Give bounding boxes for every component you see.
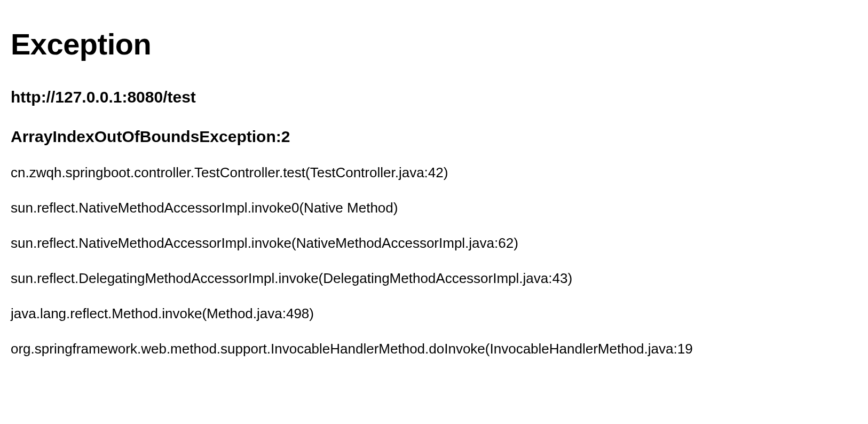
stack-trace-line: org.springframework.web.method.support.I… bbox=[11, 341, 857, 357]
stack-trace-line: java.lang.reflect.Method.invoke(Method.j… bbox=[11, 305, 857, 322]
exception-title: Exception bbox=[11, 27, 857, 61]
stack-trace-line: sun.reflect.DelegatingMethodAccessorImpl… bbox=[11, 270, 857, 287]
stack-trace-line: sun.reflect.NativeMethodAccessorImpl.inv… bbox=[11, 235, 857, 252]
stack-trace-line: cn.zwqh.springboot.controller.TestContro… bbox=[11, 164, 857, 181]
stack-trace-line: sun.reflect.NativeMethodAccessorImpl.inv… bbox=[11, 200, 857, 216]
exception-type: ArrayIndexOutOfBoundsException:2 bbox=[11, 128, 857, 146]
request-url: http://127.0.0.1:8080/test bbox=[11, 88, 857, 106]
